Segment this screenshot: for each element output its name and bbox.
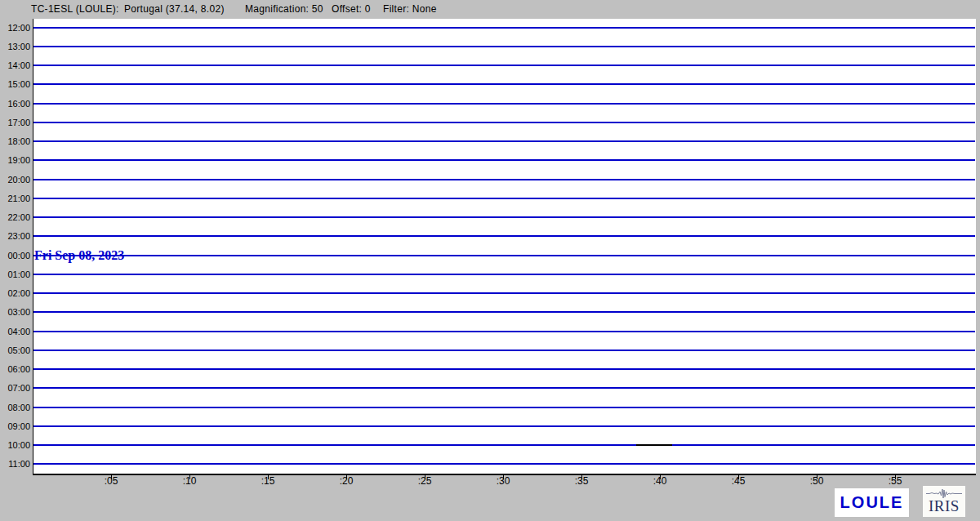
trace-row-21:00[interactable]	[33, 198, 975, 199]
x-axis-label-:45: :45	[720, 475, 756, 487]
station-location-label: Portugal (37.14, 8.02)	[124, 3, 225, 15]
y-axis-label-10:00: 10:00	[0, 439, 30, 451]
trace-row-20:00[interactable]	[33, 179, 975, 180]
trace-row-23:00[interactable]	[33, 235, 975, 237]
x-axis-label-:25: :25	[407, 475, 443, 487]
trace-row-13:00[interactable]	[33, 46, 975, 47]
iris-logo[interactable]: IRIS	[923, 486, 965, 517]
trace-row-22:00[interactable]	[33, 216, 975, 218]
trace-row-11:00[interactable]	[33, 463, 975, 465]
y-axis-label-18:00: 18:00	[0, 136, 30, 147]
y-axis-label-23:00: 23:00	[0, 230, 30, 242]
y-axis-label-21:00: 21:00	[0, 193, 30, 204]
filter-label: Filter: None	[383, 3, 437, 15]
y-axis-label-09:00: 09:00	[0, 421, 30, 432]
y-axis-label-13:00: 13:00	[0, 41, 30, 52]
trace-row-12:00[interactable]	[33, 27, 975, 29]
station-button-loule[interactable]: LOULE	[835, 488, 909, 517]
x-axis-label-:05: :05	[93, 475, 129, 487]
y-axis-label-01:00: 01:00	[0, 269, 30, 280]
trace-row-10:00[interactable]	[33, 444, 975, 446]
trace-row-08:00[interactable]	[33, 407, 975, 408]
y-axis-label-08:00: 08:00	[0, 402, 30, 413]
offset-label: Offset: 0	[332, 3, 371, 15]
y-axis-label-07:00: 07:00	[0, 382, 30, 394]
y-axis-label-15:00: 15:00	[0, 78, 30, 90]
y-axis-label-14:00: 14:00	[0, 60, 30, 71]
trace-row-16:00[interactable]	[33, 103, 975, 105]
trace-row-04:00[interactable]	[33, 331, 975, 332]
y-axis-label-22:00: 22:00	[0, 212, 30, 223]
x-axis-label-:55: :55	[877, 475, 913, 487]
y-axis-label-12:00: 12:00	[0, 22, 30, 33]
x-axis-label-:30: :30	[485, 475, 521, 487]
iris-logo-text: IRIS	[929, 498, 960, 514]
trace-row-01:00[interactable]	[33, 274, 975, 275]
x-axis-label-:35: :35	[564, 475, 599, 487]
y-axis-label-02:00: 02:00	[0, 287, 30, 299]
station-id-label: TC-1ESL (LOULE):	[31, 3, 119, 15]
trace-row-17:00[interactable]	[33, 122, 975, 123]
y-axis-label-00:00: 00:00	[0, 250, 30, 261]
y-axis-label-06:00: 06:00	[0, 363, 30, 375]
trace-row-03:00[interactable]	[33, 311, 975, 313]
y-axis-label-20:00: 20:00	[0, 174, 30, 185]
trace-row-15:00[interactable]	[33, 83, 975, 85]
trace-row-05:00[interactable]	[33, 350, 975, 351]
trace-row-18:00[interactable]	[33, 140, 975, 142]
y-axis-label-19:00: 19:00	[0, 154, 30, 166]
x-axis-label-:10: :10	[172, 475, 207, 487]
trace-row-07:00[interactable]	[33, 387, 975, 389]
x-axis-label-:15: :15	[250, 475, 286, 487]
x-axis-label-:50: :50	[799, 475, 835, 487]
station-button-label: LOULE	[840, 493, 904, 512]
y-axis-label-05:00: 05:00	[0, 345, 30, 356]
x-axis-label-:20: :20	[328, 475, 364, 487]
date-annotation: Fri Sep 08, 2023	[34, 248, 124, 263]
latest-data-segment	[636, 444, 672, 446]
y-axis-label-17:00: 17:00	[0, 117, 30, 128]
trace-row-02:00[interactable]	[33, 292, 975, 294]
trace-row-19:00[interactable]	[33, 159, 975, 161]
trace-row-09:00[interactable]	[33, 425, 975, 427]
magnification-label: Magnification: 50	[245, 3, 323, 15]
trace-row-06:00[interactable]	[33, 368, 975, 370]
trace-row-00:00[interactable]	[33, 255, 975, 256]
y-axis-label-04:00: 04:00	[0, 326, 30, 337]
y-axis-label-03:00: 03:00	[0, 306, 30, 318]
y-axis-label-16:00: 16:00	[0, 98, 30, 109]
y-axis-label-11:00: 11:00	[0, 458, 30, 470]
trace-row-14:00[interactable]	[33, 65, 975, 66]
x-axis-label-:40: :40	[642, 475, 678, 487]
